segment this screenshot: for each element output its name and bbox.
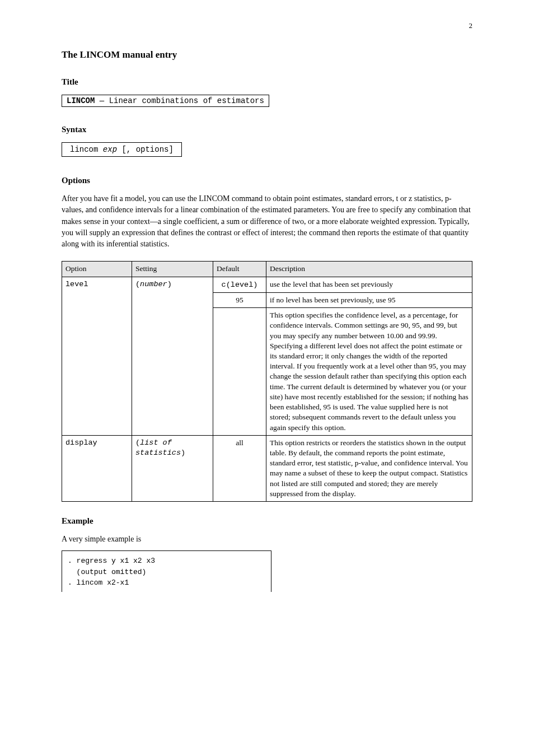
syntax-box: lincom exp [, options] bbox=[62, 142, 182, 157]
cell-descr: This option restricts or reorders the st… bbox=[266, 435, 472, 501]
title-label: Title bbox=[62, 77, 472, 87]
cell-default bbox=[213, 308, 266, 436]
title-dash: — bbox=[95, 96, 109, 105]
options-label: Options bbox=[62, 176, 472, 185]
cell-default: c(level) bbox=[213, 277, 266, 292]
title-box: LINCOM — Linear combinations of estimato… bbox=[62, 95, 269, 107]
title-cmd: LINCOM bbox=[67, 96, 95, 105]
cell-setting: (list of statistics) bbox=[132, 435, 213, 501]
options-table: Option Setting Default Description level… bbox=[62, 261, 472, 502]
title-rest: Linear combinations of estimators bbox=[109, 96, 264, 105]
table-row: level (number) c(level) use the level th… bbox=[62, 277, 472, 292]
table-row: display (list of statistics) all This op… bbox=[62, 435, 472, 501]
cell-option: level bbox=[62, 277, 132, 435]
cell-setting: (number) bbox=[132, 277, 213, 435]
cell-descr: use the level that has been set previous… bbox=[266, 277, 472, 292]
syntax-cmd: lincom bbox=[70, 145, 98, 154]
cell-default: 95 bbox=[213, 292, 266, 307]
intro-paragraph: After you have fit a model, you can use … bbox=[62, 193, 472, 250]
th-descr: Description bbox=[266, 262, 472, 277]
syntax-arg: exp bbox=[103, 145, 117, 154]
example-code-box: . regress y x1 x2 x3 (output omitted) . … bbox=[62, 550, 271, 592]
th-default: Default bbox=[213, 262, 266, 277]
th-option: Option bbox=[62, 262, 132, 277]
page-number: 2 bbox=[469, 21, 473, 30]
th-setting: Setting bbox=[132, 262, 213, 277]
cell-default: all bbox=[213, 435, 266, 501]
example-intro: A very simple example is bbox=[62, 534, 472, 545]
syntax-opts: [, options] bbox=[121, 145, 173, 154]
syntax-label: Syntax bbox=[62, 125, 472, 134]
example-label: Example bbox=[62, 516, 472, 526]
section-heading: The LINCOM manual entry bbox=[62, 49, 472, 60]
cell-descr: if no level has been set previously, use… bbox=[266, 292, 472, 307]
cell-option: display bbox=[62, 435, 132, 501]
table-header-row: Option Setting Default Description bbox=[62, 262, 472, 277]
cell-descr: This option specifies the confidence lev… bbox=[266, 308, 472, 436]
